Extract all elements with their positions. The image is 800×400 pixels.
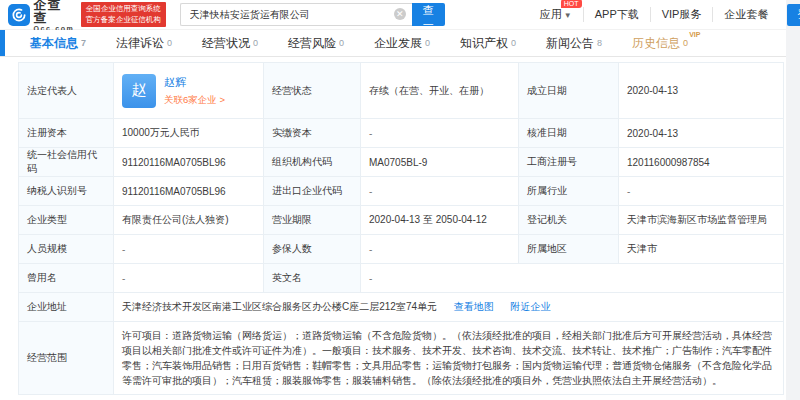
business-scope-text: 许可项目：道路货物运输（网络货运）；道路货物运输（不含危险货物）。（依法须经批准… (114, 322, 784, 395)
hot-badge: HOT (561, 0, 582, 8)
chevron-down-icon: ▼ (564, 11, 572, 20)
field-label: 营业期限 (264, 206, 361, 235)
tab-basic-info[interactable]: 基本信息7 (30, 35, 86, 52)
field-value: - (361, 264, 784, 293)
top-header: 企查查 Qcc.com 全国企业信用查询系统 官方备案企业征信机构 ✕ 查一下 … (0, 0, 786, 30)
tab-intellectual-property[interactable]: 知识产权0 (460, 35, 516, 52)
field-value: 2020-04-13 (619, 119, 784, 148)
basic-info-section: 法定代表人 赵 赵辉 关联6家企业 > 经营状态 存续（在营、开业、在册） 成立… (0, 57, 786, 395)
field-value: 10000万元人民币 (114, 119, 264, 148)
field-value: - (619, 177, 784, 206)
field-label: 统一社会信用代码 (19, 148, 114, 177)
field-label: 企业类型 (19, 206, 114, 235)
field-value: - (361, 177, 519, 206)
field-value: - (361, 235, 519, 264)
field-label: 登记机关 (519, 206, 619, 235)
field-label: 进出口企业代码 (264, 177, 361, 206)
field-label: 英文名 (264, 264, 361, 293)
qcc-logo-icon (8, 4, 30, 26)
field-value: MA0705BL-9 (361, 148, 519, 177)
table-row: 法定代表人 赵 赵辉 关联6家企业 > 经营状态 存续（在营、开业、在册） 成立… (19, 63, 784, 119)
qcc-logo[interactable]: 企查查 Qcc.com (8, 0, 75, 32)
legal-rep-name-link[interactable]: 赵辉 (164, 75, 225, 90)
table-row: 人员规模 - 参保人数 - 所属地区 天津市 (19, 235, 784, 264)
field-value: - (114, 235, 264, 264)
qcc-logo-text: 企查查 Qcc.com (34, 0, 75, 32)
field-value: 存续（在营、开业、在册） (361, 63, 519, 119)
field-label: 成立日期 (519, 63, 619, 119)
credit-system-badge: 全国企业信用查询系统 官方备案企业征信机构 (81, 2, 166, 27)
tab-operating-status[interactable]: 经营状况0 (202, 35, 258, 52)
field-value: - (361, 119, 519, 148)
badge-line2: 官方备案企业征信机构 (86, 15, 161, 26)
tab-legal-litigation[interactable]: 法律诉讼0 (116, 35, 172, 52)
field-value: 2020-04-13 至 2050-04-12 (361, 206, 519, 235)
field-label: 人员规模 (19, 235, 114, 264)
field-value: 有限责任公司(法人独资) (114, 206, 264, 235)
field-label: 参保人数 (264, 235, 361, 264)
field-label: 实缴资本 (264, 119, 361, 148)
field-label: 法定代表人 (19, 63, 114, 119)
nav-enterprise-plan[interactable]: 企业套餐 (712, 7, 779, 22)
top-nav: 应用▼ HOT APP下载 VIP服务 企业套餐 (529, 7, 780, 22)
field-value: 91120116MA0705BL96 (114, 148, 264, 177)
field-label: 企业地址 (19, 293, 114, 322)
login-register-button[interactable]: 登录 | 注册 (787, 4, 800, 26)
clear-icon[interactable]: ✕ (394, 8, 406, 20)
field-label: 核准日期 (519, 119, 619, 148)
field-label: 曾用名 (19, 264, 114, 293)
table-row: 经营范围 许可项目：道路货物运输（网络货运）；道路货物运输（不含危险货物）。（依… (19, 322, 784, 395)
field-value: 天津市 (619, 235, 784, 264)
logo-name: 企查查 (34, 0, 75, 24)
view-map-link[interactable]: 查看地图 (454, 301, 494, 312)
nav-vip-service[interactable]: VIP服务 (650, 7, 713, 22)
avatar[interactable]: 赵 (122, 74, 156, 108)
field-label: 注册资本 (19, 119, 114, 148)
company-address-cell: 天津经济技术开发区南港工业区综合服务区办公楼C座二层212室74单元 查看地图 … (114, 293, 784, 322)
legal-rep-cell: 赵 赵辉 关联6家企业 > (114, 63, 264, 119)
table-row: 统一社会信用代码 91120116MA0705BL96 组织机构代码 MA070… (19, 148, 784, 177)
badge-line1: 全国企业信用查询系统 (86, 4, 161, 15)
field-label: 所属地区 (519, 235, 619, 264)
nav-apps[interactable]: 应用▼ HOT (529, 7, 583, 22)
company-info-table: 法定代表人 赵 赵辉 关联6家企业 > 经营状态 存续（在营、开业、在册） 成立… (18, 62, 784, 395)
table-row: 曾用名 - 英文名 - (19, 264, 784, 293)
field-label: 经营范围 (19, 322, 114, 395)
search-input[interactable] (180, 3, 412, 26)
field-label: 工商注册号 (519, 148, 619, 177)
field-label: 纳税人识别号 (19, 177, 114, 206)
table-row: 企业地址 天津经济技术开发区南港工业区综合服务区办公楼C座二层212室74单元 … (19, 293, 784, 322)
page: 企查查 Qcc.com 全国企业信用查询系统 官方备案企业征信机构 ✕ 查一下 … (0, 0, 786, 400)
nav-app-download[interactable]: APP下载 (583, 7, 650, 22)
field-value: 120116000987854 (619, 148, 784, 177)
field-label: 经营状态 (264, 63, 361, 119)
active-tab-accent-bar (0, 30, 5, 56)
field-label: 所属行业 (519, 177, 619, 206)
company-address: 天津经济技术开发区南港工业区综合服务区办公楼C座二层212室74单元 (122, 301, 437, 312)
tab-news-announcements[interactable]: 新闻公告8 (546, 35, 602, 52)
field-value: 天津市滨海新区市场监督管理局 (619, 206, 784, 235)
field-label: 组织机构代码 (264, 148, 361, 177)
nav-apps-label: 应用 (540, 8, 562, 20)
tab-bar: 基本信息7 法律诉讼0 经营状况0 经营风险0 企业发展0 知识产权0 新闻公告… (0, 30, 786, 57)
table-row: 注册资本 10000万元人民币 实缴资本 - 核准日期 2020-04-13 (19, 119, 784, 148)
field-value: 2020-04-13 (619, 63, 784, 119)
search-bar: ✕ 查一下 (180, 3, 445, 26)
field-value: 91120116MA0705BL96 (114, 177, 264, 206)
related-companies-link[interactable]: 关联6家企业 > (164, 94, 225, 107)
nearby-companies-link[interactable]: 附近企业 (511, 301, 551, 312)
tab-history-info[interactable]: 历史信息0VIP (632, 35, 700, 52)
search-button[interactable]: 查一下 (412, 3, 445, 26)
table-row: 企业类型 有限责任公司(法人独资) 营业期限 2020-04-13 至 2050… (19, 206, 784, 235)
vip-tag: VIP (689, 31, 700, 38)
field-value: - (114, 264, 264, 293)
tab-operating-risk[interactable]: 经营风险0 (288, 35, 344, 52)
tab-company-development[interactable]: 企业发展0 (374, 35, 430, 52)
table-row: 纳税人识别号 91120116MA0705BL96 进出口企业代码 - 所属行业… (19, 177, 784, 206)
